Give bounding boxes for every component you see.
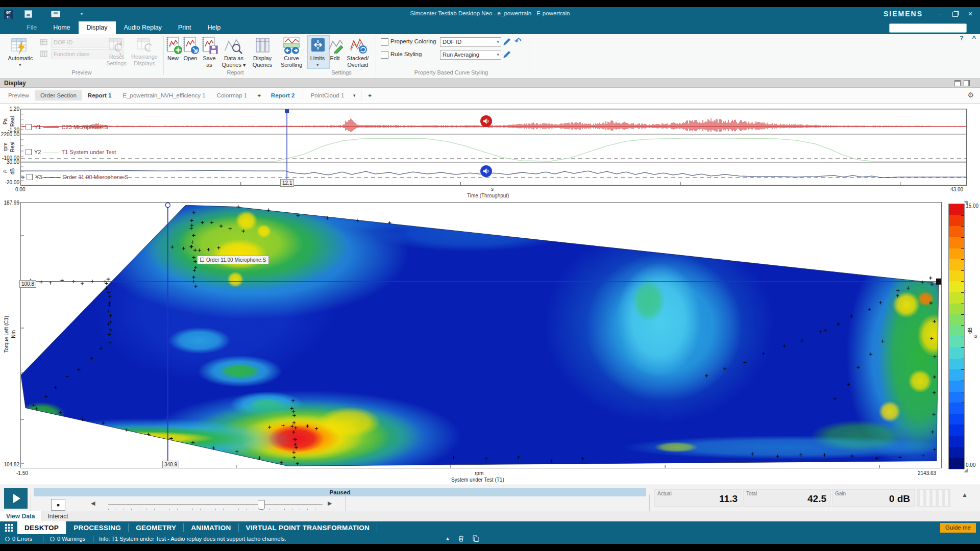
- gain-value: 0 dB: [889, 493, 910, 505]
- menu-tab-file[interactable]: File: [18, 21, 45, 34]
- tab-dropdown-icon[interactable]: ▼: [352, 93, 356, 98]
- tab-order-section[interactable]: Order Section: [35, 90, 82, 101]
- menu-tab-home[interactable]: Home: [45, 21, 78, 34]
- stacked-overlaid-icon[interactable]: [349, 37, 368, 56]
- new-report-icon[interactable]: [164, 36, 183, 57]
- close-button[interactable]: ×: [965, 9, 976, 18]
- y2-line-swatch: [43, 152, 59, 153]
- y3-checkbox[interactable]: [27, 174, 33, 180]
- playback-status-strip[interactable]: Paused: [34, 488, 646, 496]
- tabstrip-gear-icon[interactable]: ⚙: [967, 91, 974, 99]
- tab-e_powertrain_nvh_efficiency-1[interactable]: E_powertrain_NVH_efficiency 1: [118, 90, 211, 101]
- tab-report-2[interactable]: Report 2: [266, 90, 300, 101]
- save-report-icon[interactable]: [200, 36, 218, 57]
- menu-tab-help[interactable]: Help: [200, 21, 229, 34]
- limits-caret-icon[interactable]: ▾: [316, 62, 319, 67]
- time-cursor-value[interactable]: 12.1: [280, 179, 294, 187]
- viewtab-view-data[interactable]: View Data: [0, 511, 41, 521]
- workspace-bar: DESKTOPPROCESSINGGEOMETRYANIMATIONVIRTUA…: [0, 521, 980, 534]
- workspace-tab-virtual-point-transformation[interactable]: VIRTUAL POINT TRANSFORMATION: [239, 521, 377, 534]
- errors-count[interactable]: 0 Errors: [12, 536, 32, 542]
- panel-layout-icon[interactable]: [954, 80, 961, 86]
- tab-report-1[interactable]: Report 1: [83, 90, 117, 101]
- application-window: GTTL ▼ Simcenter Testlab Desktop Neo - e…: [0, 0, 980, 551]
- guide-me-button[interactable]: Guide me: [940, 523, 976, 533]
- legend-y2[interactable]: Y2 T1 System under Test: [26, 149, 116, 155]
- tab-preview[interactable]: Preview: [3, 90, 34, 101]
- gain-fader[interactable]: [917, 489, 950, 507]
- copy-icon[interactable]: [473, 535, 479, 543]
- stop-button[interactable]: ■: [51, 499, 65, 511]
- automatic-caret-icon[interactable]: ▾: [19, 62, 21, 67]
- property-coloring-undo-icon[interactable]: ↶: [514, 36, 521, 46]
- menu-tab-display[interactable]: Display: [79, 21, 116, 34]
- playback-bar: Paused ■ ◀ ▶ Actual11.3 Total42.5 Gain0 …: [0, 485, 980, 512]
- minimize-button[interactable]: –: [934, 9, 945, 18]
- workspace-grid-icon[interactable]: [0, 521, 17, 534]
- y2-checkbox[interactable]: [26, 149, 32, 155]
- legend-y3[interactable]: o Y3 Order 11.00 Microphone:S: [21, 174, 128, 180]
- audio-play-marker-y3-icon[interactable]: [480, 165, 492, 177]
- automatic-button[interactable]: Automatic: [0, 55, 41, 62]
- status-collapse-icon[interactable]: ▲: [445, 536, 450, 541]
- y1-checkbox[interactable]: [26, 124, 32, 130]
- colormap-frame[interactable]: [20, 202, 942, 468]
- stacked-overlaid-button[interactable]: Stacked/Overlaid: [337, 55, 378, 68]
- ribbon-collapse-icon[interactable]: ^: [972, 34, 976, 42]
- workspace-tab-processing[interactable]: PROCESSING: [66, 521, 128, 534]
- colormap-x-cursor-value[interactable]: 340.9: [162, 461, 179, 468]
- rule-styling-edit-icon[interactable]: [502, 50, 511, 61]
- property-coloring-edit-icon[interactable]: [502, 37, 511, 48]
- actual-time-field: Actual11.3: [654, 489, 742, 507]
- rule-styling-checkbox[interactable]: [381, 51, 388, 59]
- step-back-icon[interactable]: ◀: [91, 500, 95, 507]
- tab-pointcloud-1[interactable]: PointCloud 1: [306, 90, 350, 101]
- siemens-logo: SIEMENS: [884, 10, 923, 18]
- screen-bottom-letterbox: [0, 544, 980, 551]
- ribbon-search-input[interactable]: [889, 23, 967, 33]
- group-label-settings: Settings: [290, 69, 393, 76]
- gain-field[interactable]: Gain0 dB: [832, 489, 915, 507]
- play-button[interactable]: [4, 488, 28, 509]
- colorbar-tick: [961, 347, 964, 348]
- open-report-icon[interactable]: [181, 36, 200, 57]
- menu-tab-print[interactable]: Print: [170, 21, 200, 34]
- timeplot-frame[interactable]: [20, 109, 967, 186]
- property-coloring-select[interactable]: DOF ID▾: [440, 37, 501, 47]
- restore-button[interactable]: [949, 9, 961, 18]
- colorbar-tick: [961, 292, 964, 293]
- warnings-count[interactable]: 0 Warnings: [57, 536, 85, 542]
- workspace-tab-animation[interactable]: ANIMATION: [184, 521, 238, 534]
- automatic-icon[interactable]: [10, 37, 30, 57]
- y3-axis-label: dB: [10, 168, 15, 174]
- edit-icon[interactable]: [328, 37, 344, 56]
- curve-scrolling-icon[interactable]: [282, 36, 301, 57]
- trash-icon[interactable]: [458, 535, 464, 543]
- errors-icon: [5, 537, 10, 541]
- workspace-tab-geometry[interactable]: GEOMETRY: [129, 521, 183, 534]
- colorbar-bottom-arrow-icon[interactable]: [964, 468, 968, 472]
- colormap-y-cursor-value[interactable]: 100.8: [19, 280, 36, 288]
- tab-colormap-1[interactable]: Colormap 1: [212, 90, 252, 101]
- panel-header: Display: [0, 79, 980, 88]
- playback-slider-handle[interactable]: [258, 500, 265, 510]
- step-forward-icon[interactable]: ▶: [328, 500, 332, 507]
- y2-axis-label: Real: [10, 142, 15, 153]
- property-coloring-checkbox[interactable]: [381, 38, 388, 46]
- tab-add-button[interactable]: +: [253, 90, 265, 101]
- playback-slider-track[interactable]: [108, 504, 323, 505]
- legend-y1[interactable]: Y1 C23 Microphone:S: [26, 124, 108, 130]
- menu-tab-audio-replay[interactable]: Audio Replay: [116, 21, 170, 34]
- display-queries-icon[interactable]: [254, 37, 272, 56]
- ribbon-help-icon[interactable]: ?: [960, 34, 964, 42]
- workspace-tab-desktop[interactable]: DESKTOP: [17, 521, 66, 534]
- warnings-icon: [50, 537, 55, 541]
- viewtab-interact[interactable]: Interact: [41, 511, 74, 521]
- limits-icon[interactable]: [310, 37, 326, 55]
- audio-play-marker-y1-icon[interactable]: [480, 115, 492, 127]
- tab-add-button[interactable]: +: [364, 90, 376, 101]
- expand-panel-icon[interactable]: ▲: [962, 491, 968, 498]
- rule-styling-select[interactable]: Run Averaging▾: [440, 50, 501, 60]
- data-as-queries-icon[interactable]: [224, 37, 243, 57]
- panel-maximize-icon[interactable]: [964, 80, 970, 86]
